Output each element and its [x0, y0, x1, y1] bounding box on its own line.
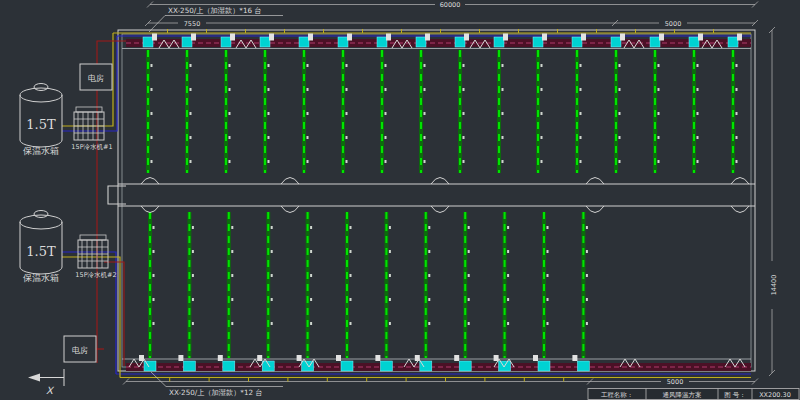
nozzle-tick: [580, 160, 582, 163]
nozzle-tick: [586, 226, 588, 229]
unit-tag: [218, 355, 223, 361]
nozzle-tick: [346, 88, 348, 91]
nozzle-tick: [385, 160, 387, 163]
nozzle-tick: [229, 64, 231, 67]
nozzle-tick: [619, 160, 621, 163]
unit-tag: [620, 34, 625, 41]
nozzle-tick: [424, 88, 426, 91]
nozzle-tick: [307, 64, 309, 67]
nozzle-tick: [507, 274, 509, 277]
nozzle-tick: [268, 160, 270, 163]
nozzle-tick: [658, 88, 660, 91]
nozzle-tick: [580, 136, 582, 139]
fan-coil-unit-top: [572, 37, 582, 47]
nozzle-tick: [547, 250, 549, 253]
nozzle-tick: [231, 298, 233, 301]
nozzle-tick: [229, 112, 231, 115]
nozzle-tick: [619, 136, 621, 139]
title-block-project-value: 通风降温方案: [663, 391, 703, 399]
nozzle-tick: [350, 322, 352, 325]
nozzle-tick: [389, 274, 391, 277]
nozzle-tick: [502, 136, 504, 139]
nozzle-tick: [190, 112, 192, 115]
fan-coil-unit-top: [533, 37, 543, 47]
unit-tag: [572, 355, 577, 361]
fan-coil-unit-top: [494, 37, 504, 47]
nozzle-tick: [580, 64, 582, 67]
nozzle-tick: [736, 136, 738, 139]
nozzle-tick: [424, 160, 426, 163]
nozzle-tick: [541, 136, 543, 139]
tank-bottom-label: 保温水箱: [22, 273, 59, 283]
nozzle-tick: [507, 226, 509, 229]
nozzle-tick: [229, 160, 231, 163]
bottom-annotation-text: XX-250/上（加湿款）*12 台: [169, 388, 263, 397]
unit-tag: [347, 34, 352, 41]
nozzle-tick: [428, 322, 430, 325]
unit-tag: [152, 34, 157, 41]
nozzle-tick: [580, 112, 582, 115]
nozzle-tick: [268, 64, 270, 67]
nozzle-tick: [271, 226, 273, 229]
fan-coil-unit-bottom: [183, 361, 195, 371]
nozzle-tick: [192, 226, 194, 229]
cad-drawing-canvas[interactable]: 60000 7550 5000 14400 5000: [0, 0, 800, 400]
unit-tag: [464, 34, 469, 41]
nozzle-tick: [268, 136, 270, 139]
title-block-number-value: XX200.30: [759, 391, 791, 399]
dim-right-height: 14400: [770, 275, 778, 296]
nozzle-tick: [507, 250, 509, 253]
nozzle-tick: [586, 250, 588, 253]
nozzle-tick: [541, 160, 543, 163]
nozzle-tick: [507, 298, 509, 301]
nozzle-tick: [151, 136, 153, 139]
fan-coil-unit-top: [143, 37, 153, 47]
power-room-top-label: 电房: [88, 74, 104, 83]
fan-coil-unit-top: [260, 37, 270, 47]
nozzle-tick: [658, 112, 660, 115]
fan-coil-unit-top: [221, 37, 231, 47]
fan-coil-unit-top: [611, 37, 621, 47]
nozzle-tick: [580, 88, 582, 91]
nozzle-tick: [192, 322, 194, 325]
nozzle-tick: [428, 274, 430, 277]
nozzle-tick: [658, 64, 660, 67]
nozzle-tick: [697, 64, 699, 67]
chiller-top-label: 15P冷水机#1: [71, 143, 112, 151]
unit-tag: [375, 355, 380, 361]
nozzle-tick: [428, 298, 430, 301]
fan-coil-unit-top: [416, 37, 426, 47]
nozzle-tick: [463, 112, 465, 115]
nozzle-tick: [310, 322, 312, 325]
dim-top-right: 5000: [665, 20, 682, 28]
nozzle-tick: [350, 250, 352, 253]
nozzle-tick: [502, 160, 504, 163]
nozzle-tick: [307, 112, 309, 115]
nozzle-tick: [468, 250, 470, 253]
nozzle-tick: [153, 274, 155, 277]
unit-tag: [308, 34, 313, 41]
nozzle-tick: [697, 160, 699, 163]
nozzle-tick: [619, 112, 621, 115]
nozzle-tick: [192, 274, 194, 277]
nozzle-tick: [463, 160, 465, 163]
unit-tag: [415, 355, 420, 361]
nozzle-tick: [310, 250, 312, 253]
unit-tag: [257, 355, 262, 361]
dim-top-total: 60000: [440, 1, 461, 9]
nozzle-tick: [468, 298, 470, 301]
nozzle-tick: [153, 226, 155, 229]
nozzle-tick: [463, 136, 465, 139]
top-annotation-text: XX-250/上（加湿款）*16 台: [168, 6, 262, 15]
nozzle-tick: [385, 136, 387, 139]
unit-tag: [336, 355, 341, 361]
fan-coil-unit-top: [377, 37, 387, 47]
floor-plan-svg[interactable]: 60000 7550 5000 14400 5000: [0, 0, 800, 400]
nozzle-tick: [271, 274, 273, 277]
fan-coil-unit-bottom: [538, 361, 550, 371]
unit-tag: [297, 355, 302, 361]
fan-coil-unit-bottom: [262, 361, 274, 371]
unit-tag: [230, 34, 235, 41]
fan-coil-unit-top: [650, 37, 660, 47]
nozzle-tick: [307, 88, 309, 91]
